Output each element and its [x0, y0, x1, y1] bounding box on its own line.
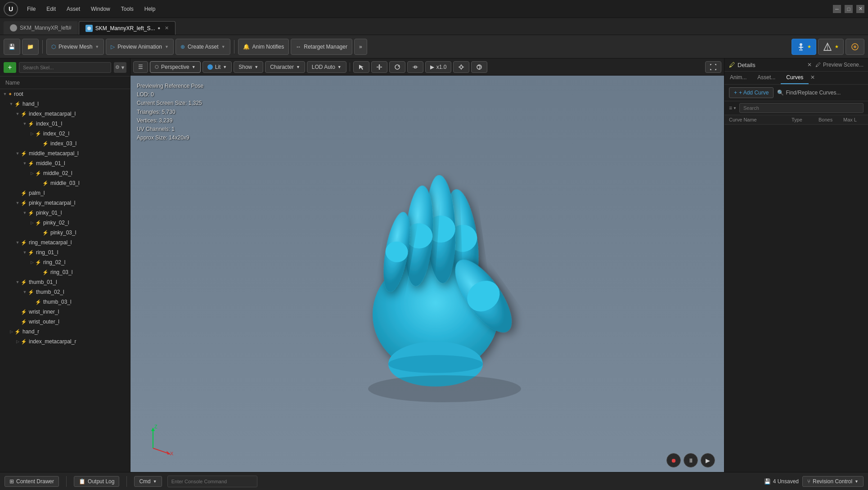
- expand-index-02[interactable]: ▷: [29, 131, 35, 136]
- expand-ring-01[interactable]: ▼: [22, 250, 28, 255]
- hamburger-menu-button[interactable]: ☰: [133, 61, 148, 73]
- retarget-manager-button[interactable]: ↔ Retarget Manager: [291, 39, 352, 55]
- move-tool[interactable]: [371, 61, 387, 73]
- tree-item-pinky-01-l[interactable]: ▼ ⚡ pinky_01_l: [0, 208, 130, 218]
- tree-item-thumb-01-l[interactable]: ▼ ⚡ thumb_01_l: [0, 277, 130, 287]
- tree-item-pinky-03-l[interactable]: ⚡ pinky_03_l: [0, 228, 130, 238]
- add-bone-button[interactable]: +: [4, 62, 16, 73]
- create-asset-button[interactable]: ⊕ Create Asset ▼: [175, 39, 230, 55]
- tree-item-ring-01-l[interactable]: ▼ ⚡ ring_01_l: [0, 247, 130, 257]
- folder-button[interactable]: 📁: [22, 39, 39, 55]
- filter-curves-button[interactable]: ≡ ▼: [729, 105, 737, 111]
- revision-control-button[interactable]: ⑂ Revision Control ▼: [802, 476, 864, 487]
- tree-item-thumb-02-l[interactable]: ▼ ⚡ thumb_02_l: [0, 287, 130, 297]
- tree-item-palm-l[interactable]: ⚡ palm_l: [0, 188, 130, 198]
- expand-index-metacarpal[interactable]: ▼: [14, 112, 21, 116]
- skeleton-mode-button[interactable]: ★: [792, 39, 816, 55]
- add-curve-button[interactable]: + + Add Curve: [729, 87, 774, 98]
- menu-help[interactable]: Help: [140, 4, 160, 14]
- preview-animation-button[interactable]: ▷ Preview Animation ▼: [106, 39, 174, 55]
- tab-curves[interactable]: Curves: [781, 72, 809, 84]
- more-tools-button[interactable]: »: [354, 39, 367, 55]
- tree-item-middle-02-l[interactable]: ▷ ⚡ middle_02_l: [0, 168, 130, 178]
- save-button[interactable]: 💾: [4, 39, 20, 55]
- tree-item-index-01-l[interactable]: ▼ ⚡ index_01_l: [0, 119, 130, 129]
- lit-button[interactable]: Lit ▼: [202, 61, 232, 73]
- rotate-tool[interactable]: [389, 61, 405, 73]
- output-log-button[interactable]: 📋 Output Log: [74, 476, 119, 487]
- search-input[interactable]: [19, 62, 111, 73]
- close-button[interactable]: ✕: [856, 5, 864, 13]
- viewport-extra-button[interactable]: [471, 61, 487, 73]
- expand-index-01[interactable]: ▼: [22, 121, 28, 126]
- expand-middle-metacarpal[interactable]: ▼: [14, 151, 21, 156]
- select-tool[interactable]: [353, 61, 369, 73]
- expand-thumb-02[interactable]: ▼: [22, 290, 28, 294]
- menu-window[interactable]: Window: [86, 4, 115, 14]
- tree-item-index-metacarpal-l[interactable]: ▼ ⚡ index_metacarpal_l: [0, 109, 130, 119]
- preview-scene-button[interactable]: 🖊 Preview Scene...: [815, 62, 864, 68]
- find-replace-curves-button[interactable]: 🔍 Find/Replace Curves...: [777, 90, 841, 96]
- tree-item-hand-l[interactable]: ▼ ⚡ hand_l: [0, 99, 130, 109]
- tree-item-pinky-02-l[interactable]: ▷ ⚡ pinky_02_l: [0, 218, 130, 228]
- details-tab[interactable]: 🖊 Details: [729, 61, 756, 68]
- speed-button[interactable]: ▶ x1.0: [425, 61, 452, 73]
- expand-hand-r[interactable]: ▷: [8, 329, 14, 334]
- expand-index-metacarpal-r[interactable]: ▷: [14, 339, 21, 344]
- tree-item-thumb-03-l[interactable]: ⚡ thumb_03_l: [0, 297, 130, 307]
- tree-item-middle-01-l[interactable]: ▼ ⚡ middle_01_l: [0, 158, 130, 168]
- perspective-button[interactable]: ⬡ Perspective ▼: [150, 61, 201, 73]
- record-button[interactable]: ⏺: [666, 453, 681, 468]
- pause-button[interactable]: ⏸: [684, 453, 698, 468]
- tree-item-hand-r[interactable]: ▷ ⚡ hand_r: [0, 327, 130, 337]
- scale-tool[interactable]: [407, 61, 423, 73]
- menu-edit[interactable]: Edit: [42, 4, 60, 14]
- expand-pinky-02[interactable]: ▷: [29, 220, 35, 225]
- expand-thumb-01[interactable]: ▼: [14, 280, 21, 284]
- tab-anim[interactable]: Anim...: [724, 72, 752, 84]
- console-command-input[interactable]: [167, 476, 257, 487]
- anim-notifies-button[interactable]: 🔔 Anim Notifies: [238, 39, 289, 55]
- bone-tree[interactable]: ▼ ✦ root ▼ ⚡ hand_l ▼ ⚡ index_metacarpal…: [0, 89, 130, 472]
- menu-tools[interactable]: Tools: [117, 4, 138, 14]
- tree-item-wrist-outer-l[interactable]: ⚡ wrist_outer_l: [0, 317, 130, 327]
- tree-item-index-02-l[interactable]: ▷ ⚡ index_02_l: [0, 129, 130, 139]
- show-button[interactable]: Show ▼: [234, 61, 263, 73]
- viewport-canvas[interactable]: Previewing Reference Pose LOD: 0 Current…: [130, 76, 724, 472]
- tree-item-middle-03-l[interactable]: ⚡ middle_03_l: [0, 178, 130, 188]
- tree-item-pinky-metacarpal-l[interactable]: ▼ ⚡ pinky_metacarpal_l: [0, 198, 130, 208]
- tab-asset[interactable]: Asset...: [752, 72, 781, 84]
- tab-close-button[interactable]: ✕: [165, 25, 169, 31]
- expand-hand-l[interactable]: ▼: [8, 102, 14, 106]
- expand-pinky-01[interactable]: ▼: [22, 211, 28, 215]
- tree-item-index-metacarpal-r[interactable]: ▷ ⚡ index_metacarpal_r: [0, 337, 130, 346]
- mesh-mode-button[interactable]: ★: [818, 39, 844, 55]
- curves-search-input[interactable]: [739, 103, 864, 113]
- minimize-button[interactable]: ─: [833, 5, 841, 13]
- preview-mesh-button[interactable]: ⬡ Preview Mesh ▼: [46, 39, 104, 55]
- paint-mode-button[interactable]: [846, 39, 864, 55]
- tree-item-ring-metacarpal-l[interactable]: ▼ ⚡ ring_metacarpal_l: [0, 238, 130, 247]
- cmd-dropdown[interactable]: Cmd ▼: [134, 476, 162, 487]
- menu-asset[interactable]: Asset: [62, 4, 85, 14]
- tree-item-root[interactable]: ▼ ✦ root: [0, 89, 130, 99]
- tab-curves-close[interactable]: ✕: [809, 72, 817, 84]
- expand-ring-metacarpal[interactable]: ▼: [14, 240, 21, 245]
- lod-button[interactable]: LOD Auto ▼: [307, 61, 346, 73]
- tree-item-ring-03-l[interactable]: ⚡ ring_03_l: [0, 267, 130, 277]
- tab-skm-left-s[interactable]: SKM_MannyXR_left_S... • ✕: [79, 21, 175, 35]
- viewport-settings-button[interactable]: [453, 61, 469, 73]
- character-button[interactable]: Character ▼: [265, 61, 305, 73]
- content-drawer-button[interactable]: ⊞ Content Drawer: [4, 476, 59, 487]
- menu-file[interactable]: File: [22, 4, 40, 14]
- play-button[interactable]: ▶: [701, 453, 715, 468]
- tree-item-index-03-l[interactable]: ⚡ index_03_l: [0, 139, 130, 148]
- close-details-button[interactable]: ✕: [807, 62, 812, 68]
- expand-root[interactable]: ▼: [2, 92, 8, 96]
- expand-middle-01[interactable]: ▼: [22, 161, 28, 166]
- expand-middle-02[interactable]: ▷: [29, 171, 35, 175]
- maximize-button[interactable]: □: [845, 5, 853, 13]
- expand-button[interactable]: [705, 61, 721, 73]
- expand-ring-02[interactable]: ▷: [29, 260, 35, 265]
- tab-skm-left[interactable]: SKM_MannyXR_left#: [4, 21, 78, 35]
